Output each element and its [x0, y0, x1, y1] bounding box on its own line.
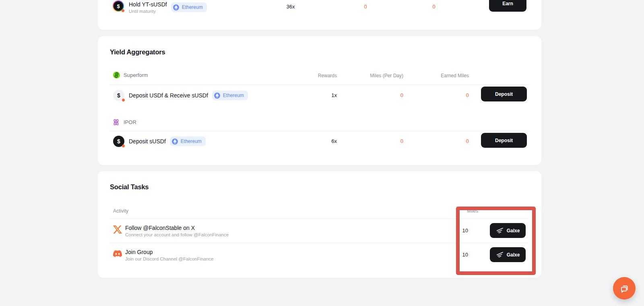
task-miles: 10: [462, 252, 468, 258]
top-row-miles-per-day: 0: [364, 4, 367, 10]
column-miles-per-day: Miles (Per Day): [370, 73, 403, 79]
network-badge: Ethereum: [171, 2, 207, 12]
task-title: Follow @FalconStable on X: [125, 225, 229, 231]
top-row-earned-miles: 0: [432, 4, 435, 10]
provider-ipor: IPOR: [112, 118, 136, 126]
top-row-rewards: 36x: [287, 4, 295, 10]
ethereum-icon: [173, 4, 179, 10]
social-tasks-title: Social Tasks: [110, 183, 149, 191]
task-title: Join Group: [125, 249, 213, 255]
divider: [110, 243, 529, 243]
superform-icon: [113, 72, 120, 79]
chat-fab-button[interactable]: [613, 277, 636, 300]
discord-icon: [113, 249, 122, 258]
galxe-button[interactable]: Galxe: [490, 247, 526, 262]
galxe-icon: [496, 227, 504, 234]
task-miles: 10: [462, 227, 468, 234]
network-badge: Ethereum: [170, 136, 206, 146]
yield-aggregators-card: Yield Aggregators Superform Rewards Mile…: [98, 36, 541, 165]
row-rewards: 6x: [331, 138, 337, 144]
column-earned-miles: Earned Miles: [441, 73, 469, 79]
galxe-icon: [496, 252, 504, 258]
column-miles: Miles: [467, 208, 478, 214]
galxe-button[interactable]: Galxe: [490, 223, 526, 238]
yield-aggregators-title: Yield Aggregators: [110, 48, 165, 56]
earn-button[interactable]: Earn: [489, 0, 526, 12]
staking-card-partial: $ Hold YT-sUSDf Until maturity Ethereum …: [98, 0, 541, 30]
row-title: Deposit USDf & Receive sUSDf: [129, 92, 208, 99]
row-earned-miles: 0: [466, 92, 469, 98]
deposit-button[interactable]: Deposit: [481, 87, 527, 101]
chat-icon: [619, 283, 630, 294]
divider: [110, 131, 529, 131]
ethereum-icon: [172, 139, 178, 145]
row-earned-miles: 0: [466, 138, 469, 144]
top-row-title: Hold YT-sUSDf: [129, 1, 167, 8]
divider: [110, 219, 529, 219]
ipor-icon: [112, 118, 120, 126]
row-title: Deposit sUSDf: [129, 138, 166, 145]
ethereum-icon: [214, 93, 220, 99]
task-subtitle: Join our Discord Channel @FalconFinance: [125, 256, 213, 261]
top-row-subtitle: Until maturity: [129, 9, 167, 14]
divider: [110, 85, 529, 85]
deposit-button[interactable]: Deposit: [481, 133, 527, 148]
yt-susdf-coin-icon: $: [113, 0, 124, 12]
row-miles-per-day: 0: [400, 138, 403, 144]
top-row-titlebox: Hold YT-sUSDf Until maturity Ethereum: [129, 0, 207, 14]
x-icon: [113, 225, 122, 234]
task-subtitle: Connect your account and follow @FalconF…: [125, 232, 229, 237]
network-badge: Ethereum: [212, 91, 248, 100]
row-miles-per-day: 0: [400, 92, 403, 98]
column-activity: Activity: [113, 208, 128, 214]
social-tasks-card: Social Tasks Activity Miles Follow @Falc…: [98, 171, 541, 278]
provider-superform: Superform: [113, 72, 148, 79]
usdf-coin-icon: $: [113, 90, 124, 101]
susdf-coin-icon: $: [113, 136, 124, 147]
row-rewards: 1x: [331, 92, 337, 98]
column-rewards: Rewards: [318, 73, 337, 79]
